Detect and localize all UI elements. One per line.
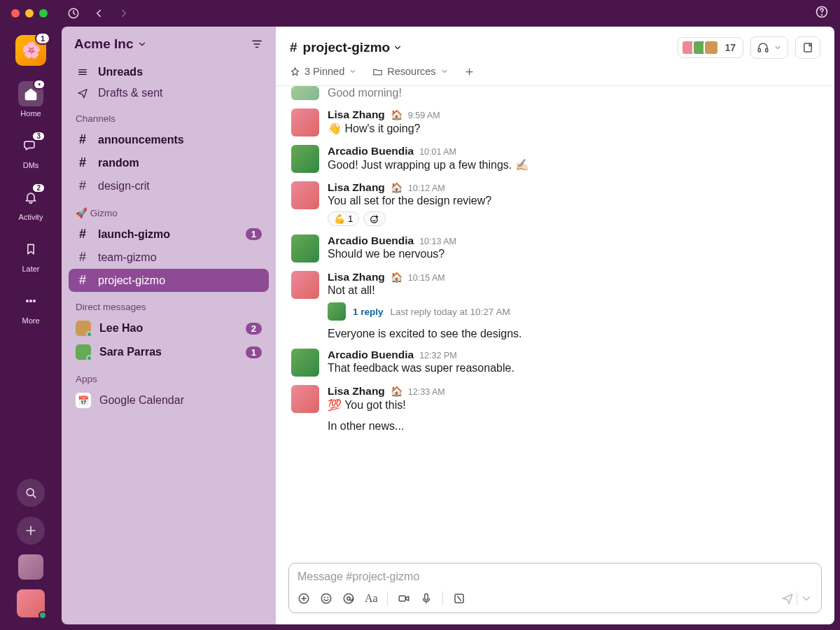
format-icon[interactable]: Aa (365, 592, 377, 605)
workspace-switcher[interactable]: 🌸1 (15, 35, 46, 66)
svg-rect-9 (804, 43, 812, 52)
attach-icon[interactable] (298, 592, 310, 605)
channel-team-gizmo[interactable]: #team-gizmo (69, 246, 269, 269)
mention-icon[interactable] (342, 592, 355, 605)
status-emoji: 🏠 (391, 109, 402, 120)
avatar[interactable] (291, 349, 319, 377)
workspace-menu[interactable]: Acme Inc (74, 36, 147, 52)
timestamp[interactable]: 10:12 AM (408, 183, 445, 193)
avatar[interactable] (291, 385, 319, 413)
author-name[interactable]: Arcadio Buendia (328, 349, 414, 361)
window-controls[interactable] (11, 9, 48, 18)
timestamp[interactable]: 12:33 AM (408, 387, 445, 397)
thread-link[interactable]: 1 replyLast reply today at 10:27 AM (328, 302, 819, 321)
filter-icon[interactable] (251, 38, 263, 50)
add-bookmark-button[interactable] (464, 66, 475, 77)
create-button[interactable] (17, 517, 45, 545)
reaction[interactable]: 💪1 (328, 211, 359, 226)
gizmo-header[interactable]: Gizmo (69, 197, 269, 223)
timestamp[interactable]: 12:32 PM (419, 351, 457, 360)
pin-icon (290, 66, 300, 77)
more-icon (24, 294, 38, 308)
timestamp[interactable]: 10:01 AM (419, 147, 456, 157)
members-button[interactable]: 17 (678, 37, 743, 58)
app-google-calendar[interactable]: 📅Google Calendar (69, 388, 269, 412)
message-composer[interactable]: Aa (288, 563, 822, 613)
author-name[interactable]: Lisa Zhang (328, 385, 385, 398)
channel-project-gizmo[interactable]: #project-gizmo (69, 269, 269, 292)
video-icon[interactable] (398, 592, 410, 605)
dm-header[interactable]: Direct messages (69, 292, 269, 316)
message[interactable]: Good morning! (291, 86, 819, 104)
history-icon[interactable] (67, 7, 80, 20)
channel-design-crit[interactable]: #design-crit (69, 174, 269, 197)
bookmark-icon (24, 242, 38, 256)
send-button[interactable] (781, 592, 813, 606)
channel-title[interactable]: #project-gizmo (290, 40, 402, 55)
secondary-avatar[interactable] (18, 554, 43, 580)
rail-later[interactable]: Later (0, 231, 62, 279)
avatar[interactable] (291, 145, 319, 173)
dm-lee-hao[interactable]: Lee Hao2 (69, 316, 269, 340)
avatar[interactable] (291, 234, 319, 262)
apps-header[interactable]: Apps (69, 364, 269, 388)
svg-rect-17 (399, 596, 405, 601)
rail-home[interactable]: • Home (0, 76, 62, 123)
avatar[interactable] (291, 271, 319, 299)
message-input[interactable] (298, 570, 813, 583)
add-reaction[interactable] (363, 211, 386, 226)
timestamp[interactable]: 10:15 AM (408, 273, 445, 283)
dm-sara-parras[interactable]: Sara Parras1 (69, 340, 269, 364)
resources-button[interactable]: Resources (372, 66, 448, 77)
svg-point-2 (822, 15, 822, 15)
svg-point-12 (321, 594, 331, 603)
chevron-down-icon (393, 43, 402, 52)
author-name[interactable]: Arcadio Buendia (328, 145, 414, 158)
avatar[interactable] (291, 108, 319, 136)
canvas-button[interactable] (795, 36, 820, 59)
pinned-button[interactable]: 3 Pinned (290, 66, 357, 77)
timestamp[interactable]: 10:13 AM (419, 237, 456, 246)
message[interactable]: Lisa Zhang🏠10:15 AM Not at all!1 replyLa… (291, 267, 819, 325)
author-name[interactable]: Lisa Zhang (328, 271, 385, 284)
message[interactable]: Lisa Zhang🏠10:12 AM You all set for the … (291, 177, 819, 230)
menu-icon (77, 66, 88, 78)
back-icon[interactable] (92, 7, 105, 20)
chevron-down-icon (440, 67, 449, 76)
svg-point-14 (328, 597, 328, 598)
help-icon[interactable] (815, 5, 829, 19)
huddle-button[interactable] (750, 36, 788, 59)
author-name[interactable]: Lisa Zhang (328, 108, 385, 121)
rail-more[interactable]: More (0, 283, 62, 330)
message[interactable]: Arcadio Buendia12:32 PM That feedback wa… (291, 344, 819, 381)
user-avatar[interactable] (17, 589, 45, 617)
message[interactable]: Lisa Zhang🏠9:59 AM 👋 How's it going? (291, 104, 819, 141)
status-emoji: 🏠 (391, 182, 402, 193)
rail-activity[interactable]: 2 Activity (0, 179, 62, 227)
folder-icon (372, 66, 383, 77)
channel-launch-gizmo[interactable]: #launch-gizmo1 (69, 223, 269, 246)
channels-header[interactable]: Channels (69, 104, 269, 128)
svg-point-4 (30, 300, 32, 302)
forward-icon[interactable] (118, 7, 130, 20)
svg-point-5 (34, 300, 36, 302)
mic-icon[interactable] (420, 592, 433, 605)
channel-random[interactable]: #random (69, 151, 269, 174)
unreads-row[interactable]: Unreads (69, 62, 269, 83)
chevron-down-icon (137, 39, 147, 49)
avatar[interactable] (291, 181, 319, 209)
message[interactable]: Lisa Zhang🏠12:33 AM 💯 You got this! (291, 381, 819, 417)
message[interactable]: Arcadio Buendia10:01 AM Good! Just wrapp… (291, 141, 819, 177)
author-name[interactable]: Arcadio Buendia (328, 234, 414, 247)
search-button[interactable] (17, 479, 45, 507)
drafts-row[interactable]: Drafts & sent (69, 83, 269, 104)
timestamp[interactable]: 9:59 AM (408, 111, 440, 120)
channel-announcements[interactable]: #announcements (69, 128, 269, 151)
message[interactable]: Arcadio Buendia10:13 AM Should we be ner… (291, 230, 819, 267)
avatar[interactable] (291, 86, 319, 100)
rail-dms[interactable]: 3 DMs (0, 127, 62, 175)
shortcut-icon[interactable] (453, 592, 465, 605)
message-text: Not at all! (328, 284, 819, 297)
author-name[interactable]: Lisa Zhang (328, 181, 385, 194)
emoji-icon[interactable] (320, 592, 332, 605)
